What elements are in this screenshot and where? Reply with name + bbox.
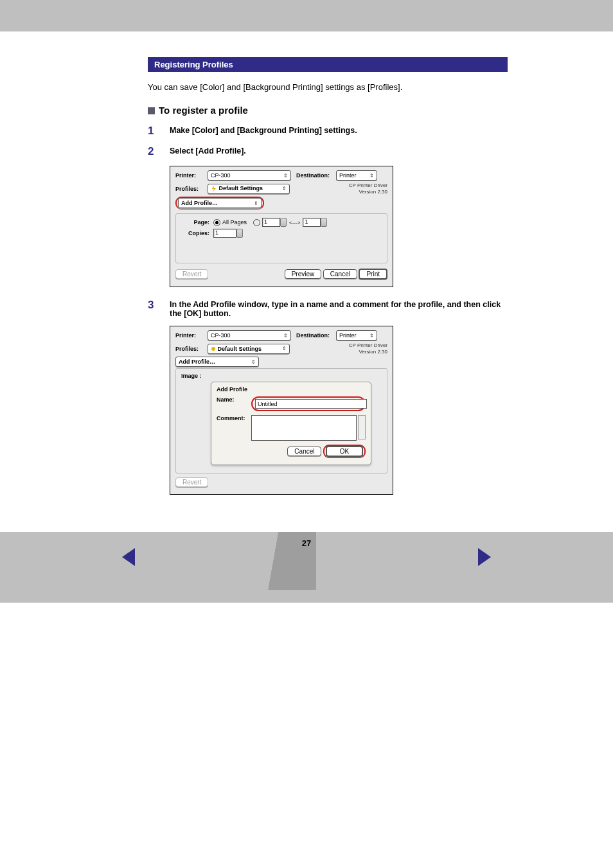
revert-button[interactable]: Revert bbox=[175, 477, 208, 487]
step-text: Select [Add Profile]. bbox=[170, 145, 246, 158]
range-arrow-text: <---> bbox=[289, 220, 300, 226]
step-number: 3 bbox=[148, 299, 170, 318]
destination-label: Destination: bbox=[296, 332, 336, 339]
highlight-oval: Add Profile… ⇕ bbox=[175, 197, 264, 209]
section-intro-text: You can save [Color] and [Background Pri… bbox=[148, 82, 508, 92]
profiles-select-text: Default Settings bbox=[218, 346, 262, 352]
printer-label: Printer: bbox=[175, 172, 208, 179]
popup-cancel-button[interactable]: Cancel bbox=[287, 447, 321, 456]
driver-info: CP Printer Driver Version 2.30 bbox=[349, 182, 387, 195]
updown-icon: ⇕ bbox=[282, 346, 287, 351]
step-3: 3 In the Add Profile window, type in a n… bbox=[148, 299, 508, 318]
steps-list: 1 Make [Color] and [Background Printing]… bbox=[148, 125, 508, 495]
profile-name-input[interactable] bbox=[255, 399, 367, 409]
profiles-select-text: Default Settings bbox=[219, 185, 263, 191]
page-number: 27 bbox=[302, 538, 311, 548]
copies-input[interactable]: 1 bbox=[213, 229, 236, 238]
dot-icon bbox=[211, 346, 216, 351]
revert-button[interactable]: Revert bbox=[175, 269, 208, 279]
step-number: 1 bbox=[148, 125, 170, 137]
next-page-arrow-icon[interactable] bbox=[478, 548, 491, 566]
printer-select-value: CP-300 bbox=[211, 332, 231, 339]
step-2: 2 Select [Add Profile]. bbox=[148, 145, 508, 158]
driver-name: CP Printer Driver bbox=[349, 182, 387, 188]
panel-select-value: Add Profile… bbox=[179, 359, 215, 365]
comment-field-label: Comment: bbox=[217, 415, 251, 421]
profiles-select-value: Default Settings bbox=[211, 346, 262, 352]
step-text: In the Add Profile window, type in a nam… bbox=[170, 299, 508, 318]
image-label: Image : bbox=[181, 373, 209, 379]
page-to-input[interactable]: 1 bbox=[303, 218, 321, 227]
page-header-band bbox=[0, 9, 613, 31]
updown-icon: ⇕ bbox=[369, 173, 374, 179]
dialog-action-buttons: Preview Cancel Print bbox=[285, 269, 387, 279]
stepper-icon[interactable] bbox=[236, 229, 243, 238]
stepper-icon[interactable] bbox=[280, 218, 287, 227]
page-body: Registering Profiles You can save [Color… bbox=[0, 31, 613, 532]
page-bottom-edge bbox=[0, 590, 613, 603]
driver-version: Version 2.30 bbox=[359, 349, 387, 355]
textarea-scrollbar[interactable] bbox=[358, 415, 366, 439]
printer-select[interactable]: CP-300⇕ bbox=[208, 330, 291, 341]
profile-comment-input[interactable] bbox=[251, 415, 357, 441]
add-profile-title: Add Profile bbox=[217, 386, 366, 393]
name-field-label: Name: bbox=[217, 396, 251, 403]
destination-select-value: Printer bbox=[339, 332, 357, 339]
updown-icon: ⇕ bbox=[283, 173, 288, 179]
page-label: Page: bbox=[181, 219, 209, 226]
section-header: Registering Profiles bbox=[148, 57, 508, 72]
step-1: 1 Make [Color] and [Background Printing]… bbox=[148, 125, 508, 137]
prev-page-arrow-icon[interactable] bbox=[122, 548, 135, 566]
highlight-oval bbox=[251, 396, 366, 411]
driver-name: CP Printer Driver bbox=[349, 342, 387, 348]
lightning-icon bbox=[211, 186, 217, 192]
inner-options-panel: Image : Add Profile Name: Comment: bbox=[175, 368, 387, 474]
highlight-oval: OK bbox=[323, 445, 366, 458]
destination-select[interactable]: Printer⇕ bbox=[336, 330, 377, 341]
copies-label: Copies: bbox=[181, 230, 209, 236]
preview-button[interactable]: Preview bbox=[285, 269, 322, 279]
updown-icon: ⇕ bbox=[282, 186, 287, 191]
popup-ok-button[interactable]: OK bbox=[326, 446, 363, 457]
step-text: Make [Color] and [Background Printing] s… bbox=[170, 125, 357, 137]
printer-select-value: CP-300 bbox=[211, 172, 231, 179]
inner-options-panel: Page: All Pages 1 <---> 1 Copies: 1 bbox=[175, 213, 387, 263]
panel-select[interactable]: Add Profile… ⇕ bbox=[178, 198, 262, 208]
updown-icon: ⇕ bbox=[251, 359, 256, 365]
content-column: Registering Profiles You can save [Color… bbox=[148, 31, 508, 532]
cancel-button[interactable]: Cancel bbox=[323, 269, 357, 279]
add-profile-popup: Add Profile Name: Comment: bbox=[211, 382, 371, 465]
printer-select[interactable]: CP-300⇕ bbox=[208, 170, 291, 181]
profiles-select-value: Default Settings bbox=[211, 185, 263, 192]
updown-icon: ⇕ bbox=[283, 333, 288, 339]
svg-point-0 bbox=[211, 347, 215, 351]
destination-select-value: Printer bbox=[339, 172, 357, 179]
print-dialog-screenshot-2: Printer: CP-300⇕ Destination: Printer⇕ P… bbox=[170, 326, 393, 495]
step-number: 2 bbox=[148, 145, 170, 158]
square-bullet-icon bbox=[148, 107, 155, 114]
panel-select-value: Add Profile… bbox=[181, 200, 218, 206]
profiles-select[interactable]: Default Settings ⇕ bbox=[208, 184, 290, 194]
footer-nav-band: 27 bbox=[0, 532, 613, 590]
print-button[interactable]: Print bbox=[359, 269, 387, 279]
subsection-heading-text: To register a profile bbox=[159, 105, 248, 116]
all-pages-radio[interactable] bbox=[213, 219, 220, 226]
updown-icon: ⇕ bbox=[254, 200, 258, 206]
profiles-label: Profiles: bbox=[175, 346, 208, 352]
subsection-heading: To register a profile bbox=[148, 105, 508, 116]
page-range-radio[interactable] bbox=[253, 219, 260, 226]
print-dialog-screenshot-1: Printer: CP-300⇕ Destination: Printer⇕ P… bbox=[170, 166, 393, 287]
page-from-input[interactable]: 1 bbox=[262, 218, 280, 227]
driver-version: Version 2.30 bbox=[359, 189, 387, 195]
driver-info: CP Printer Driver Version 2.30 bbox=[349, 342, 387, 355]
destination-label: Destination: bbox=[296, 172, 336, 179]
stepper-icon[interactable] bbox=[321, 218, 327, 227]
updown-icon: ⇕ bbox=[369, 333, 374, 339]
profiles-select[interactable]: Default Settings ⇕ bbox=[208, 344, 290, 354]
printer-label: Printer: bbox=[175, 332, 208, 339]
destination-select[interactable]: Printer⇕ bbox=[336, 170, 377, 181]
profiles-label: Profiles: bbox=[175, 186, 208, 192]
page-top-edge bbox=[0, 0, 613, 9]
panel-select[interactable]: Add Profile… ⇕ bbox=[175, 357, 259, 367]
all-pages-label: All Pages bbox=[222, 219, 247, 226]
